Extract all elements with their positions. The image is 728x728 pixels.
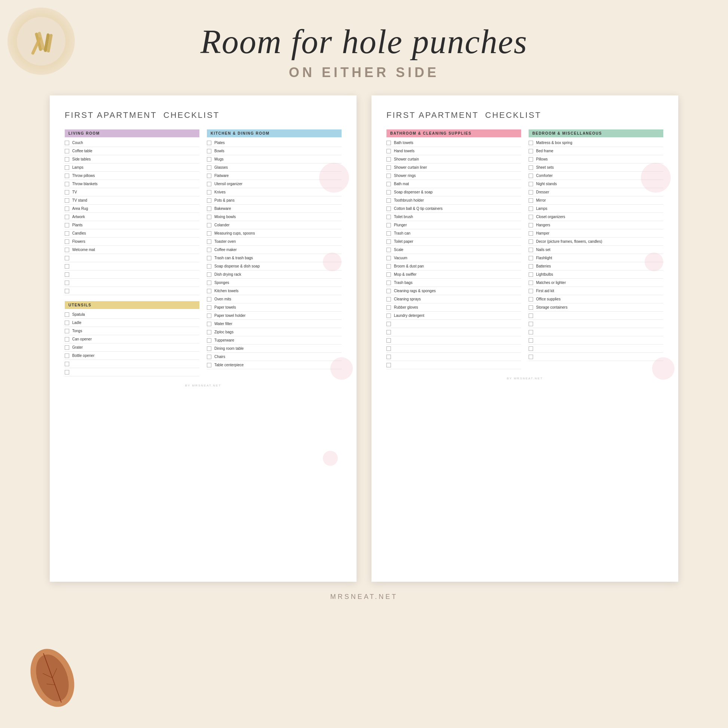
checkbox[interactable]: [65, 248, 69, 252]
checkbox[interactable]: [387, 141, 391, 145]
list-item[interactable]: Cleaning sprays: [387, 295, 521, 303]
checkbox[interactable]: [65, 256, 69, 260]
checkbox[interactable]: [65, 289, 69, 293]
list-item[interactable]: Toothbrush holder: [387, 196, 521, 205]
list-item[interactable]: [529, 320, 663, 328]
checkbox[interactable]: [65, 272, 69, 277]
list-item[interactable]: Dresser: [529, 188, 663, 196]
list-item[interactable]: Plates: [207, 139, 341, 147]
checkbox[interactable]: [529, 322, 533, 326]
list-item[interactable]: Table centerpiece: [207, 361, 341, 369]
list-item[interactable]: Dish drying rack: [207, 271, 341, 279]
list-item[interactable]: Shower curtain liner: [387, 164, 521, 172]
list-item[interactable]: Couch: [65, 139, 199, 147]
checkbox[interactable]: [65, 206, 69, 211]
checkbox[interactable]: [65, 345, 69, 350]
checkbox[interactable]: [387, 190, 391, 194]
checkbox[interactable]: [387, 346, 391, 351]
checkbox[interactable]: [387, 174, 391, 178]
checkbox[interactable]: [207, 206, 211, 211]
checkbox[interactable]: [65, 182, 69, 186]
list-item[interactable]: Bottle opener: [65, 352, 199, 360]
checkbox[interactable]: [65, 174, 69, 178]
list-item[interactable]: Oven mits: [207, 295, 341, 303]
list-item[interactable]: [387, 344, 521, 353]
checkbox[interactable]: [387, 256, 391, 260]
checkbox[interactable]: [65, 329, 69, 333]
checkbox[interactable]: [387, 322, 391, 326]
list-item[interactable]: TV: [65, 188, 199, 196]
checkbox[interactable]: [65, 312, 69, 317]
list-item[interactable]: Cotton ball & Q tip containers: [387, 205, 521, 213]
checkbox[interactable]: [65, 353, 69, 358]
checkbox[interactable]: [529, 248, 533, 252]
checkbox[interactable]: [387, 206, 391, 211]
checkbox[interactable]: [65, 157, 69, 162]
checkbox[interactable]: [387, 289, 391, 293]
list-item[interactable]: Rubber gloves: [387, 303, 521, 312]
list-item[interactable]: Welcome mat: [65, 246, 199, 254]
list-item[interactable]: Can opener: [65, 335, 199, 343]
list-item[interactable]: Ziploc bags: [207, 328, 341, 336]
checkbox[interactable]: [207, 346, 211, 351]
checkbox[interactable]: [65, 321, 69, 325]
list-item[interactable]: Trash can: [387, 229, 521, 237]
checkbox[interactable]: [387, 264, 391, 269]
list-item[interactable]: [65, 360, 199, 368]
list-item[interactable]: [387, 320, 521, 328]
checkbox[interactable]: [529, 157, 533, 162]
list-item[interactable]: Shower curtain: [387, 155, 521, 164]
checkbox[interactable]: [529, 215, 533, 219]
list-item[interactable]: [387, 336, 521, 344]
checkbox[interactable]: [529, 190, 533, 194]
checkbox[interactable]: [529, 314, 533, 318]
list-item[interactable]: Ladle: [65, 319, 199, 327]
list-item[interactable]: [65, 279, 199, 287]
list-item[interactable]: Area Rug: [65, 205, 199, 213]
checkbox[interactable]: [65, 141, 69, 145]
checkbox[interactable]: [207, 322, 211, 326]
list-item[interactable]: Measuring cups, spoons: [207, 229, 341, 237]
list-item[interactable]: Throw blankets: [65, 180, 199, 188]
list-item[interactable]: Lightbulbs: [529, 271, 663, 279]
list-item[interactable]: Soap dispense & dish soap: [207, 262, 341, 271]
checkbox[interactable]: [529, 330, 533, 335]
checkbox[interactable]: [207, 305, 211, 310]
checkbox[interactable]: [529, 239, 533, 244]
checkbox[interactable]: [207, 165, 211, 170]
list-item[interactable]: [387, 361, 521, 369]
checkbox[interactable]: [387, 182, 391, 186]
list-item[interactable]: [529, 336, 663, 344]
checkbox[interactable]: [387, 165, 391, 170]
list-item[interactable]: Bath towels: [387, 139, 521, 147]
checkbox[interactable]: [207, 198, 211, 203]
checkbox[interactable]: [65, 264, 69, 269]
list-item[interactable]: Scale: [387, 246, 521, 254]
checkbox[interactable]: [529, 256, 533, 260]
list-item[interactable]: [529, 328, 663, 336]
checkbox[interactable]: [65, 337, 69, 341]
list-item[interactable]: Side tables: [65, 155, 199, 164]
list-item[interactable]: Hand towels: [387, 147, 521, 155]
list-item[interactable]: Bed frame: [529, 147, 663, 155]
checkbox[interactable]: [387, 215, 391, 219]
checkbox[interactable]: [387, 223, 391, 228]
list-item[interactable]: Lamps: [65, 164, 199, 172]
list-item[interactable]: [65, 262, 199, 271]
list-item[interactable]: Mixing bowls: [207, 213, 341, 221]
list-item[interactable]: Plunger: [387, 221, 521, 229]
list-item[interactable]: Candles: [65, 229, 199, 237]
list-item[interactable]: Grater: [65, 343, 199, 352]
list-item[interactable]: Chairs: [207, 353, 341, 361]
list-item[interactable]: Shower rings: [387, 172, 521, 180]
checkbox[interactable]: [207, 256, 211, 260]
checkbox[interactable]: [207, 338, 211, 343]
checkbox[interactable]: [387, 305, 391, 310]
checkbox[interactable]: [65, 362, 69, 366]
checkbox[interactable]: [65, 239, 69, 244]
list-item[interactable]: [65, 271, 199, 279]
list-item[interactable]: Tongs: [65, 327, 199, 335]
list-item[interactable]: Lamps: [529, 205, 663, 213]
checkbox[interactable]: [529, 338, 533, 343]
checkbox[interactable]: [65, 149, 69, 153]
